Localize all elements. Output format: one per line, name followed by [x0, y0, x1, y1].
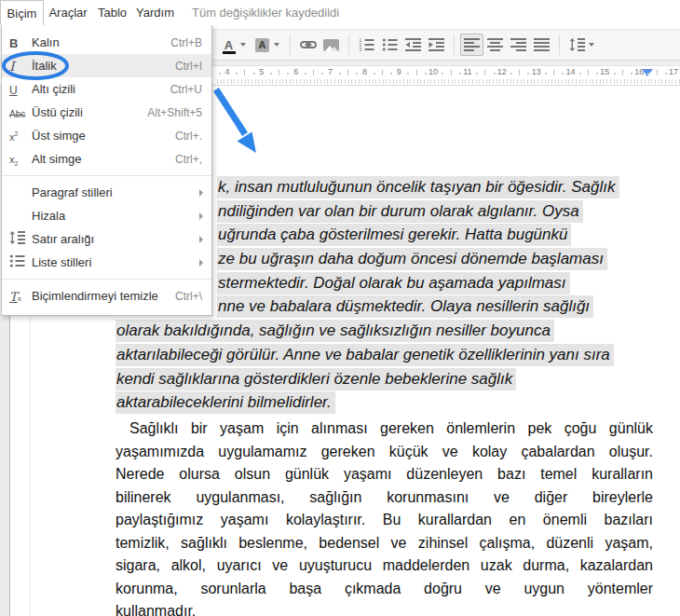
dropdown-caret-icon[interactable]	[274, 43, 279, 47]
text-line[interactable]: kullanmadır.	[116, 600, 653, 616]
clear-formatting-icon: Tx	[9, 288, 32, 305]
menu-item-shortcut: Ctrl+\	[175, 290, 202, 303]
ruler-tick	[553, 70, 554, 75]
align-justify-button[interactable]	[530, 34, 553, 56]
ruler-tick	[382, 70, 383, 75]
annotation-arrow-icon	[209, 84, 266, 160]
ruler-number: 5	[254, 67, 269, 76]
menu-item-shortcut: Ctrl+.	[175, 130, 202, 143]
ruler-tick	[356, 73, 358, 75]
text-line[interactable]: ndiliğinden var olan bir durum olarak al…	[217, 200, 674, 225]
indent-icon	[428, 38, 444, 51]
superscript-icon: x2	[9, 128, 32, 144]
align-center-icon	[487, 38, 503, 51]
text-color-button[interactable]: A	[217, 34, 240, 56]
ruler-tick	[407, 73, 409, 75]
toolbar-divider	[348, 35, 349, 55]
selected-text: olarak bakıldığında, sağlığın ve sağlıks…	[116, 320, 554, 342]
text-line[interactable]: aktarabileceklerini bilmelidirler.	[116, 391, 674, 416]
selected-text: aktarılabileceği görülür. Anne ve babala…	[116, 344, 614, 366]
menu-item-shortcut: Ctrl+I	[175, 60, 202, 73]
numbered-list-button[interactable]: 123	[355, 34, 378, 56]
text-line[interactable]: yaşamımızda uygulamamız gereken küçük ve…	[116, 441, 653, 464]
menubar-item-bicim[interactable]: Biçim	[0, 0, 44, 25]
selected-text: uğrunda çaba gösterilmesi gerekir. Hatta…	[217, 224, 571, 246]
ruler-tick	[270, 73, 272, 75]
ruler-number: 10	[426, 67, 441, 76]
align-justify-icon	[534, 38, 550, 51]
highlight-color-button[interactable]: A	[251, 34, 274, 56]
ruler-tick	[484, 70, 485, 75]
text-line[interactable]: nne ve babalara düşmektedir. Olaya nesil…	[217, 295, 674, 320]
selected-text: kendi sağlıklarına gösterdikleri özenle …	[116, 368, 516, 390]
ruler-tick	[622, 70, 623, 75]
text-line[interactable]: korunma, sorunlarla başa çıkmada doğru v…	[116, 578, 653, 601]
text-line[interactable]: aktarılabileceği görülür. Anne ve babala…	[116, 344, 674, 368]
text-line[interactable]: stermektedir. Doğal olarak bu aşamada ya…	[217, 272, 674, 296]
text-line[interactable]: temizlik, sağlıklı beslenme, bedensel ve…	[116, 532, 653, 555]
insert-image-button[interactable]	[320, 34, 343, 56]
ruler-tick	[459, 73, 461, 75]
increase-indent-button[interactable]	[425, 34, 448, 56]
selected-text: nne ve babalara düşmektedir. Olaya nesil…	[217, 295, 593, 318]
ruler-tick	[279, 70, 279, 75]
text-line[interactable]: paylaştığımız yaşamı kolaylaştırır. Bu k…	[116, 509, 653, 532]
ruler-number: 6	[289, 67, 304, 76]
bullet-list-icon	[382, 38, 398, 51]
menu-item-hizala[interactable]: Hizala	[2, 204, 211, 227]
text-line[interactable]: kendi sağlıklarına gösterdikleri özenle …	[116, 368, 674, 392]
align-right-icon	[510, 38, 526, 51]
toolbar-divider	[290, 35, 291, 55]
menu-item-ustu-cizili[interactable]: AbcÜstü çiziliAlt+Shift+5	[2, 101, 211, 124]
submenu-arrow-icon	[199, 259, 203, 267]
text-line[interactable]: ze bu uğraşın daha doğum öncesi dönemde …	[217, 248, 674, 272]
ruler-tick	[253, 73, 255, 75]
menu-item-label: Biçimlendirmeyi temizle	[32, 289, 158, 303]
menu-item-alt-simge[interactable]: x2Alt simgeCtrl+,	[2, 147, 211, 171]
align-center-button[interactable]	[483, 34, 507, 56]
text-line[interactable]: Sağlıklı bir yaşam için alınması gereken…	[116, 418, 653, 441]
menu-item-paragraf-stilleri[interactable]: Paragraf stilleri	[2, 181, 211, 204]
ruler-number: 4	[220, 67, 235, 76]
menu-separator	[2, 279, 211, 280]
menu-item-alti-cizili[interactable]: UAltı çiziliCtrl+U	[2, 77, 211, 101]
link-icon	[300, 39, 317, 50]
dropdown-caret-icon[interactable]	[240, 43, 246, 47]
menu-item-liste-stilleri[interactable]: Liste stilleri	[2, 251, 211, 274]
ruler-tick	[657, 70, 658, 75]
text-line[interactable]: Nerede olursa olsun günlük yaşamı düzenl…	[116, 463, 653, 486]
paragraph-justified[interactable]: Sağlıklı bir yaşam için alınması gereken…	[116, 418, 653, 616]
align-left-button[interactable]	[460, 34, 483, 56]
bullet-list-button[interactable]	[378, 34, 401, 56]
image-icon	[323, 39, 339, 51]
text-line[interactable]: uğrunda çaba gösterilmesi gerekir. Hatta…	[217, 224, 674, 248]
menu-item-italik[interactable]: IİtalikCtrl+I	[2, 54, 211, 77]
ruler-fine-ticks	[217, 79, 680, 84]
menubar-item-araclar[interactable]: Araçlar	[44, 0, 92, 25]
menu-item-label: Alt simge	[32, 152, 81, 166]
menu-item-satir-araligi[interactable]: Satır aralığı	[2, 227, 211, 251]
dropdown-caret-icon[interactable]	[589, 43, 594, 47]
insert-link-button[interactable]	[296, 34, 320, 56]
line-spacing-button[interactable]	[565, 34, 589, 56]
menu-item-shortcut: Alt+Shift+5	[147, 106, 202, 119]
menu-item-bicimlendirmeyi-temizle[interactable]: TxBiçimlendirmeyi temizleCtrl+\	[2, 284, 211, 308]
menu-item-label: Paragraf stilleri	[32, 185, 113, 199]
toolbar-divider	[559, 35, 560, 55]
ruler-number: 13	[529, 67, 544, 76]
menu-item-kalin[interactable]: BKalınCtrl+B	[2, 31, 211, 54]
text-line[interactable]: olarak bakıldığında, sağlığın ve sağlıks…	[116, 320, 674, 344]
ruler-tick	[494, 73, 496, 75]
text-line[interactable]: sigara, alkol, uyarıcı ve uyuşturucu mad…	[116, 554, 653, 578]
decrease-indent-button[interactable]	[401, 34, 425, 56]
text-line[interactable]: bilinerek uygulanması, sağlığın korunmas…	[116, 486, 653, 510]
menubar-item-tablo[interactable]: Tablo	[92, 0, 132, 25]
ruler-tick	[287, 73, 289, 75]
numbered-list-icon: 123	[359, 38, 374, 51]
menu-item-ust-simge[interactable]: x2Üst simgeCtrl+.	[2, 124, 211, 147]
menubar-item-yardim[interactable]: Yardım	[132, 0, 178, 25]
ruler-tick	[347, 70, 348, 75]
ruler-tick	[519, 70, 520, 75]
align-right-button[interactable]	[507, 34, 530, 56]
text-line[interactable]: k, insan mutluluğunun öncelik taşıyan bi…	[217, 176, 674, 200]
